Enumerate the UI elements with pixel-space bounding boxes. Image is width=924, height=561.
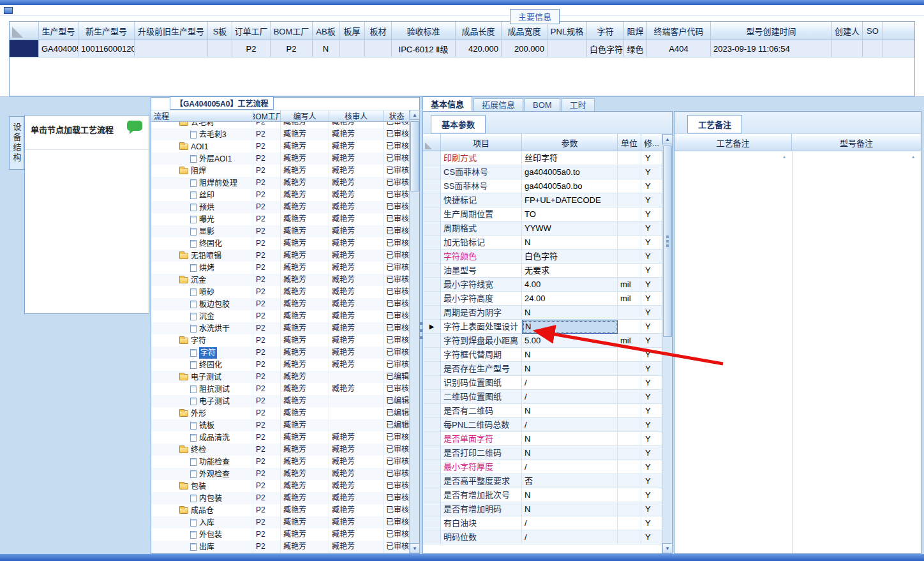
process-node[interactable]: 喷砂 <box>151 286 253 298</box>
col-header-unit[interactable]: 单位 <box>618 134 641 151</box>
process-tree-row[interactable]: 内包装P2臧艳芳臧艳芳已审核 <box>151 492 410 504</box>
main-table-col-header[interactable]: SO <box>863 22 883 40</box>
param-row[interactable]: 是否有二维码NY <box>423 404 662 418</box>
param-row[interactable]: 周期格式YYWWY <box>423 221 662 236</box>
process-node[interactable]: 入库 <box>151 516 253 528</box>
param-value-cell[interactable]: N <box>522 446 618 460</box>
process-node[interactable]: 丝印 <box>151 189 253 201</box>
param-row[interactable]: 每PNL二维码总数/Y <box>423 418 662 432</box>
param-value-cell[interactable]: N <box>522 306 618 320</box>
process-node[interactable]: AOI1 <box>151 140 253 153</box>
process-node[interactable]: 外包装 <box>151 528 253 541</box>
col-header-parameter[interactable]: 参数 <box>522 134 618 151</box>
param-row[interactable]: 是否有增加明码NY <box>423 502 662 516</box>
process-node[interactable]: 成品仓 <box>151 504 253 516</box>
main-table-col-header[interactable]: 字符 <box>587 22 624 40</box>
col-header-process[interactable]: 流程 <box>151 110 253 121</box>
process-tree-row[interactable]: 预烘P2臧艳芳臧艳芳已审核 <box>151 201 410 213</box>
param-row[interactable]: 是否存在生产型号NY <box>423 362 662 376</box>
tab-basic-info[interactable]: 基本信息 <box>422 96 472 111</box>
tree-scrollbar-thumb[interactable] <box>410 121 419 191</box>
param-row[interactable]: 是否有增加批次号NY <box>423 488 662 502</box>
process-tree-row[interactable]: 沉金P2臧艳芳臧艳芳已审核 <box>151 310 410 322</box>
param-value-cell[interactable]: / <box>522 418 618 432</box>
param-value-cell[interactable]: N <box>522 502 618 516</box>
param-row[interactable]: 最小字符线宽4.00milY <box>423 278 662 292</box>
splitter-grip[interactable] <box>420 322 422 341</box>
process-tree-row[interactable]: 水洗烘干P2臧艳芳臧艳芳已审核 <box>151 322 410 334</box>
param-row[interactable]: SS面菲林号ga404005a0.boY <box>423 179 662 193</box>
scroll-up-icon[interactable]: ▲ <box>410 110 420 120</box>
process-tree-row[interactable]: 阻焊P2臧艳芳臧艳芳已审核 <box>151 165 410 177</box>
param-row[interactable]: 是否打印二维码NY <box>423 446 662 460</box>
param-value-cell[interactable]: / <box>522 530 618 544</box>
process-tree-row[interactable]: 沉金P2臧艳芳臧艳芳已审核 <box>151 274 410 286</box>
tab-process-notes[interactable]: 工艺备注 <box>687 115 742 133</box>
param-value-cell[interactable]: 丝印字符 <box>522 151 618 165</box>
param-row[interactable]: 字符到焊盘最小距离5.00milY <box>423 334 662 348</box>
select-all-cell[interactable] <box>10 22 39 40</box>
scroll-up-icon[interactable]: ▲ <box>662 134 673 144</box>
process-tree-row[interactable]: 终检P2臧艳芳臧艳芳已审核 <box>151 444 410 456</box>
param-value-cell[interactable]: 白色字符 <box>522 250 618 264</box>
param-row[interactable]: 有白油块/Y <box>423 516 662 530</box>
tab-main-info[interactable]: 主要信息 <box>510 9 560 24</box>
col-header-modified[interactable]: 修... <box>641 134 662 151</box>
process-node[interactable]: 功能检查 <box>151 456 253 468</box>
process-tree-row[interactable]: 电子测试P2臧艳芳已编辑 <box>151 395 410 407</box>
main-table-col-header[interactable]: 订单工厂 <box>232 22 271 40</box>
process-tree-row[interactable]: 板边包胶P2臧艳芳臧艳芳已审核 <box>151 298 410 310</box>
process-node[interactable]: 阻抗测试 <box>151 383 253 395</box>
tab-extended-info[interactable]: 拓展信息 <box>473 98 523 111</box>
param-value-cell[interactable]: / <box>522 460 618 474</box>
process-node[interactable]: 终固化 <box>151 359 253 371</box>
main-table-data-row[interactable]: GA404005A010011600012043P2P2NIPC-6012 Ⅱ级… <box>10 40 914 57</box>
main-table-col-header[interactable]: 板材 <box>365 22 392 40</box>
param-value-cell[interactable]: YYWW <box>522 221 618 236</box>
param-value-cell[interactable]: 4.00 <box>522 278 618 292</box>
process-tree-row[interactable]: 曝光P2臧艳芳臧艳芳已审核 <box>151 213 410 225</box>
param-row[interactable]: 印刷方式丝印字符Y <box>423 151 662 165</box>
param-value-cell[interactable]: / <box>522 516 618 530</box>
param-value-cell[interactable]: N <box>522 236 618 250</box>
main-table-col-header[interactable]: S板 <box>208 22 232 40</box>
main-table-col-header[interactable]: 生产型号 <box>39 22 78 40</box>
param-value-cell[interactable]: N <box>522 404 618 418</box>
process-tree-row[interactable]: 功能检查P2臧艳芳臧艳芳已审核 <box>151 456 410 468</box>
param-row[interactable]: 识别码位置图纸/Y <box>423 376 662 390</box>
process-node[interactable]: 终固化 <box>151 237 253 250</box>
scroll-down-icon[interactable]: ▼ <box>662 543 673 553</box>
process-tree-row[interactable]: 包装P2臧艳芳臧艳芳已审核 <box>151 480 410 492</box>
process-node[interactable]: 成品清洗 <box>151 431 253 444</box>
process-node[interactable]: 去毛刺 <box>151 122 253 128</box>
param-row[interactable]: ▶字符上表面处理设计NY <box>423 320 662 334</box>
process-node[interactable]: 终检 <box>151 444 253 456</box>
param-value-cell[interactable]: / <box>522 390 618 404</box>
process-tree-row[interactable]: 外包装P2臧艳芳臧艳芳已审核 <box>151 528 410 541</box>
param-row[interactable]: 加无铅标记NY <box>423 236 662 250</box>
param-value-cell[interactable]: N <box>522 488 618 502</box>
process-node[interactable]: 出库 <box>151 541 253 553</box>
col-header-model-notes[interactable]: 型号备注 <box>792 134 921 151</box>
process-node[interactable]: 阻焊前处理 <box>151 177 253 189</box>
process-node[interactable]: 电子测试 <box>151 371 253 383</box>
main-table-col-header[interactable]: 新生产型号 <box>78 22 135 40</box>
scroll-up-icon[interactable]: ▴ <box>912 154 914 160</box>
vertical-tab-equipment-structure[interactable]: 设备结构 <box>9 116 24 170</box>
main-table-col-header[interactable]: PNL规格 <box>548 22 587 40</box>
process-tree-row[interactable]: 字符P2臧艳芳臧艳芳已审核 <box>151 347 410 359</box>
process-node[interactable]: 包装 <box>151 480 253 492</box>
process-node[interactable]: 沉金 <box>151 310 253 322</box>
process-tree-row[interactable]: 外观检查P2臧艳芳臧艳芳已审核 <box>151 468 410 480</box>
tab-bom[interactable]: BOM <box>525 98 560 111</box>
process-tree-row[interactable]: 外层AOI1P2臧艳芳臧艳芳已审核 <box>151 153 410 165</box>
param-row[interactable]: 字符框代替周期NY <box>423 348 662 362</box>
process-node[interactable]: 字符 <box>151 347 253 359</box>
process-node[interactable]: 电子测试 <box>151 395 253 407</box>
main-table-col-header[interactable]: 阻焊 <box>624 22 647 40</box>
col-header-process-notes[interactable]: 工艺备注 <box>674 134 792 151</box>
param-scrollbar[interactable]: ▲ ▼ <box>662 134 672 553</box>
process-tree-row[interactable]: 喷砂P2臧艳芳臧艳芳已审核 <box>151 286 410 298</box>
col-header-reviewer[interactable]: 核审人 <box>329 110 384 121</box>
main-table-col-header[interactable]: 创建人 <box>832 22 863 40</box>
